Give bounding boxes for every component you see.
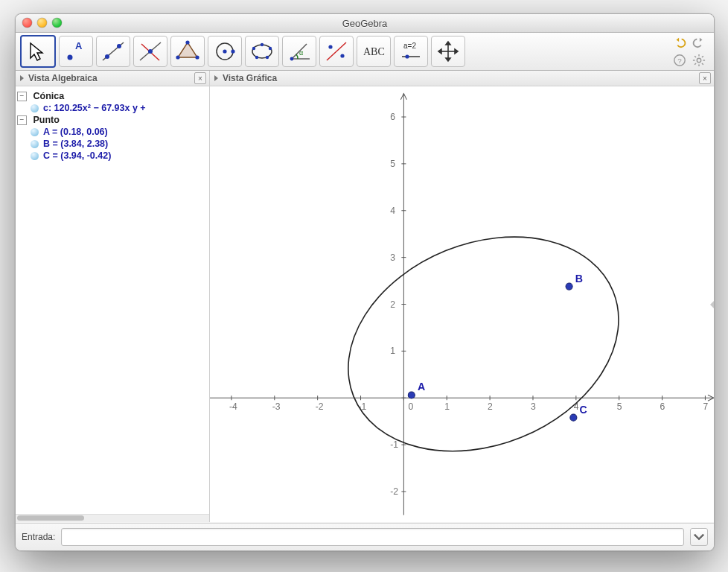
tool-conic[interactable] [245, 36, 279, 67]
object-visibility-icon[interactable] [31, 128, 39, 136]
object-visibility-icon[interactable] [31, 104, 39, 112]
algebra-object[interactable]: c: 120.25x² − 67.93x y + [31, 103, 208, 113]
svg-text:0: 0 [408, 401, 413, 412]
svg-point-10 [195, 55, 199, 59]
svg-point-26 [328, 45, 332, 48]
svg-point-16 [252, 47, 255, 50]
tool-line[interactable] [96, 36, 130, 67]
svg-text:-3: -3 [272, 401, 281, 412]
app-window: { "window": { "title": "GeoGebra" }, "to… [15, 13, 715, 551]
svg-text:?: ? [677, 57, 682, 65]
tool-point[interactable]: A [59, 36, 93, 67]
svg-line-44 [702, 56, 703, 57]
window-title: GeoGebra [16, 18, 714, 29]
svg-text:2: 2 [390, 299, 395, 310]
tool-polygon[interactable] [170, 36, 205, 67]
svg-line-42 [702, 63, 703, 65]
algebra-object[interactable]: A = (0.18, 0.06) [31, 127, 208, 137]
tool-angle[interactable]: α [282, 36, 316, 67]
svg-text:-1: -1 [390, 439, 398, 450]
tool-move[interactable] [20, 35, 56, 68]
close-window-button[interactable] [22, 18, 32, 28]
svg-point-11 [176, 55, 179, 59]
svg-text:B: B [575, 273, 583, 285]
svg-text:C: C [579, 404, 587, 416]
svg-point-9 [185, 40, 189, 44]
tree-collapse-icon[interactable]: − [17, 115, 27, 125]
svg-text:2: 2 [488, 401, 493, 412]
svg-point-15 [252, 45, 272, 58]
svg-point-19 [266, 56, 269, 59]
window-controls [22, 18, 62, 28]
svg-point-93 [570, 414, 577, 421]
algebra-panel: Vista Algebraica × − Cónica c: 120.25x² … [16, 71, 210, 522]
svg-text:6: 6 [390, 112, 395, 122]
graphics-panel-close[interactable]: × [699, 72, 711, 84]
svg-text:5: 5 [390, 159, 395, 169]
settings-button[interactable] [692, 53, 706, 68]
algebra-object[interactable]: B = (3.84, 2.38) [31, 139, 208, 149]
object-visibility-icon[interactable] [31, 152, 39, 160]
svg-point-3 [105, 54, 109, 59]
tree-group-label: Punto [33, 115, 59, 125]
svg-point-23 [290, 57, 294, 61]
svg-text:1: 1 [390, 346, 395, 356]
graphics-panel-title: Vista Gráfica [223, 73, 277, 83]
panel-splitter-icon[interactable] [710, 300, 714, 309]
object-visibility-icon[interactable] [31, 140, 39, 148]
svg-line-43 [695, 63, 696, 65]
svg-text:4: 4 [390, 206, 395, 216]
svg-point-18 [269, 47, 272, 50]
svg-text:3: 3 [531, 401, 536, 412]
redo-button[interactable] [692, 35, 706, 50]
algebra-panel-title: Vista Algebraica [28, 73, 98, 83]
undo-button[interactable] [672, 35, 687, 50]
svg-text:1: 1 [444, 401, 450, 412]
help-button[interactable]: ? [672, 53, 687, 68]
tool-move-view[interactable] [431, 36, 465, 67]
svg-point-20 [255, 56, 258, 59]
input-history-button[interactable] [690, 528, 708, 546]
graphics-panel: Vista Gráfica × -4-3-2-11234567-2-112345… [210, 71, 714, 522]
svg-text:-4: -4 [229, 401, 237, 412]
tool-text[interactable]: ABC [357, 36, 391, 67]
svg-point-13 [223, 49, 226, 53]
tool-circle[interactable] [208, 36, 242, 67]
svg-point-17 [261, 43, 264, 46]
algebra-object[interactable]: C = (3.94, -0.42) [31, 150, 208, 161]
svg-point-27 [340, 54, 344, 57]
algebra-panel-close[interactable]: × [194, 72, 206, 84]
titlebar: GeoGebra [16, 14, 714, 33]
zoom-window-button[interactable] [52, 18, 62, 28]
tree-collapse-icon[interactable]: − [17, 92, 27, 101]
tool-slider[interactable]: a=2 [394, 36, 428, 67]
command-input[interactable] [61, 528, 684, 546]
algebra-scrollbar[interactable] [16, 514, 209, 522]
svg-text:-2: -2 [316, 401, 324, 412]
svg-point-4 [117, 44, 121, 48]
disclose-icon [20, 75, 24, 81]
algebra-panel-header[interactable]: Vista Algebraica × [16, 71, 209, 86]
svg-text:ABC: ABC [363, 46, 385, 57]
minimize-window-button[interactable] [37, 18, 47, 28]
algebra-tree[interactable]: − Cónica c: 120.25x² − 67.93x y + − Punt… [16, 86, 209, 514]
svg-point-31 [405, 54, 409, 58]
svg-point-91 [566, 283, 572, 290]
svg-line-41 [695, 56, 696, 57]
svg-text:α: α [299, 49, 303, 57]
disclose-icon [214, 75, 218, 81]
panels: Vista Algebraica × − Cónica c: 120.25x² … [16, 71, 714, 522]
tool-reflect[interactable] [319, 36, 354, 67]
svg-text:-1: -1 [358, 401, 366, 412]
svg-text:7: 7 [703, 401, 708, 412]
svg-marker-8 [178, 42, 197, 57]
svg-point-0 [68, 55, 73, 60]
svg-rect-95 [693, 531, 706, 544]
tool-perpendicular[interactable] [133, 36, 167, 67]
input-label: Entrada: [22, 532, 55, 542]
svg-text:A: A [418, 381, 425, 393]
graphics-panel-header[interactable]: Vista Gráfica × [210, 71, 714, 86]
graphics-canvas[interactable]: -4-3-2-11234567-2-11234560ABC [210, 86, 714, 522]
tree-group-label: Cónica [33, 91, 64, 101]
svg-text:6: 6 [660, 401, 665, 412]
